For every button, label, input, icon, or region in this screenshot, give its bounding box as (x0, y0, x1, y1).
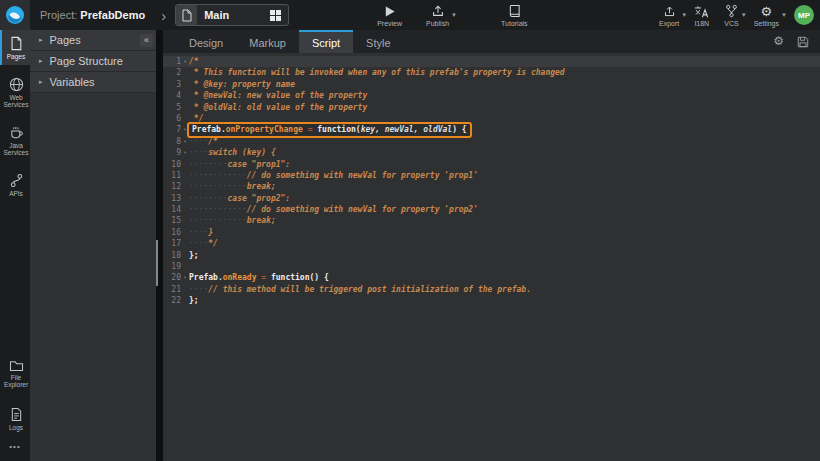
top-bar: Project: PrefabDemo › Main Preview (0, 0, 820, 30)
code-line-11[interactable]: 11············// do something with newVa… (163, 170, 820, 181)
globe-icon (9, 77, 24, 92)
export-button[interactable]: Export ▼ (659, 4, 679, 27)
line-number: 14 (163, 204, 181, 215)
gear-icon: ⚙ (773, 35, 784, 48)
publish-upload-icon (431, 4, 445, 18)
settings-label: Settings (754, 20, 779, 27)
tab-script[interactable]: Script (299, 30, 353, 53)
panel-section-pages-label: Pages (50, 34, 81, 46)
preview-button[interactable]: Preview (377, 4, 402, 27)
left-rail: Pages Web Services Java Services (0, 30, 30, 461)
rail-item-pages[interactable]: Pages (0, 30, 30, 65)
page-grid-icon[interactable] (270, 10, 281, 21)
code-line-20[interactable]: 20▾Prefab.onReady = function() { (163, 272, 820, 283)
panel-section-pages[interactable]: ▸ Pages (30, 30, 156, 51)
tab-style[interactable]: Style (353, 30, 403, 53)
topbar-right-actions: Export ▼ I18N VCS ▼ (659, 4, 814, 27)
tab-design[interactable]: Design (176, 30, 236, 53)
line-number: 3 (163, 79, 181, 90)
code-line-3[interactable]: 3 * @key: property name (163, 79, 820, 90)
topbar-middle-actions: Preview Publish ▼ Tutorials (377, 4, 527, 27)
line-number: 22 (163, 295, 181, 306)
code-text: * @oldVal: old value of the property (189, 102, 367, 113)
code-line-18[interactable]: 18}; (163, 250, 820, 261)
line-number: 6 (163, 113, 181, 124)
page-selector-value: Main (197, 9, 270, 21)
rail-item-logs[interactable]: Logs (0, 401, 30, 436)
fold-toggle-icon[interactable]: ▾ (181, 56, 189, 67)
panel-section-variables[interactable]: ▸ Variables (30, 72, 156, 93)
code-text: ····*/ (189, 238, 218, 249)
code-line-5[interactable]: 5 * @oldVal: old value of the property (163, 102, 820, 113)
rail-item-apis[interactable]: APIs (0, 167, 30, 202)
save-floppy-icon (797, 36, 809, 48)
code-text: ····} (189, 227, 213, 238)
line-number: 9 (163, 147, 181, 158)
editor-settings-button[interactable]: ⚙ (773, 35, 784, 48)
project-breadcrumb: Project: PrefabDemo (40, 9, 145, 21)
fold-toggle-icon[interactable]: ▾ (181, 124, 189, 135)
fold-toggle-icon[interactable]: ▾ (181, 136, 189, 147)
tutorials-label: Tutorials (501, 20, 528, 27)
rail-more-button[interactable]: ••• (0, 436, 30, 461)
code-line-12[interactable]: 12············break; (163, 181, 820, 192)
panel-collapse-button[interactable]: « (140, 34, 153, 47)
code-line-7[interactable]: 7▾Prefab.onPropertyChange = function(key… (163, 124, 820, 135)
line-number: 7 (163, 124, 181, 135)
settings-button[interactable]: ⚙ Settings ▼ (754, 4, 779, 27)
code-text: ········case "prop2": (189, 193, 290, 204)
fold-toggle-icon[interactable]: ▾ (181, 147, 189, 158)
tutorials-button[interactable]: Tutorials (501, 4, 528, 27)
code-text: * @newVal: new value of the property (189, 90, 367, 101)
tab-markup[interactable]: Markup (236, 30, 299, 53)
rail-label-apis: APIs (9, 190, 23, 197)
translate-icon (694, 4, 709, 18)
line-number: 15 (163, 215, 181, 226)
code-line-1[interactable]: 1▾/* (163, 56, 820, 67)
code-line-15[interactable]: 15············break; (163, 215, 820, 226)
code-line-19[interactable]: 19 (163, 261, 820, 272)
app-logo[interactable] (0, 0, 30, 30)
rail-item-java-services[interactable]: Java Services (0, 119, 30, 161)
code-line-22[interactable]: 22}; (163, 295, 820, 306)
code-line-13[interactable]: 13········case "prop2": (163, 193, 820, 204)
collapsed-arrow-icon: ▸ (39, 36, 43, 44)
line-number: 12 (163, 181, 181, 192)
fold-toggle-icon[interactable]: ▾ (181, 272, 189, 283)
code-text: /* (189, 56, 199, 67)
scrollbar-thumb[interactable] (156, 240, 158, 286)
code-line-10[interactable]: 10········case "prop1": (163, 159, 820, 170)
rail-label-web-services: Web Services (2, 94, 30, 108)
code-line-9[interactable]: 9▾····switch (key) { (163, 147, 820, 158)
script-code-editor[interactable]: 1▾/*2 * This function will be invoked wh… (163, 53, 820, 461)
code-line-14[interactable]: 14············// do something with newVa… (163, 204, 820, 215)
panel-divider[interactable] (156, 30, 163, 461)
line-number: 1 (163, 56, 181, 67)
code-line-21[interactable]: 21····// this method will be triggered p… (163, 284, 820, 295)
publish-caret-icon: ▼ (451, 12, 457, 18)
vcs-caret-icon: ▼ (741, 12, 747, 18)
code-line-17[interactable]: 17····*/ (163, 238, 820, 249)
code-line-4[interactable]: 4 * @newVal: new value of the property (163, 90, 820, 101)
export-icon (663, 4, 676, 18)
page-selector[interactable]: Main (175, 4, 289, 26)
panel-section-page-structure[interactable]: ▸ Page Structure (30, 51, 156, 72)
code-line-6[interactable]: 6 */ (163, 113, 820, 124)
code-line-16[interactable]: 16····} (163, 227, 820, 238)
highlighted-code-text: Prefab.onPropertyChange = function(key, … (189, 124, 470, 135)
user-avatar[interactable]: MP (794, 5, 814, 25)
code-line-2[interactable]: 2 * This function will be invoked when a… (163, 67, 820, 78)
rail-item-file-explorer[interactable]: File Explorer (0, 353, 30, 393)
publish-label: Publish (426, 20, 449, 27)
line-number: 11 (163, 170, 181, 181)
publish-button[interactable]: Publish ▼ (426, 4, 449, 27)
code-text: Prefab.onReady = function() { (189, 272, 329, 283)
ellipsis-icon: ••• (9, 442, 20, 451)
rail-item-web-services[interactable]: Web Services (0, 71, 30, 113)
code-line-8[interactable]: 8▾····/* (163, 136, 820, 147)
i18n-button[interactable]: I18N (694, 4, 709, 27)
code-text: */ (189, 113, 203, 124)
line-number: 20 (163, 272, 181, 283)
save-button[interactable] (797, 36, 809, 48)
vcs-button[interactable]: VCS ▼ (724, 4, 738, 27)
